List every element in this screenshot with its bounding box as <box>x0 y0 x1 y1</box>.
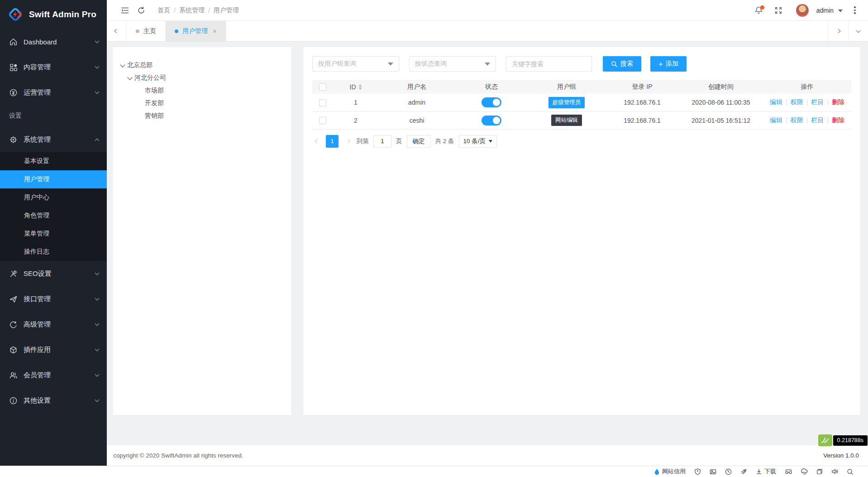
tabs-scroll-left-button[interactable] <box>107 21 127 41</box>
action-separator: | <box>786 116 787 124</box>
permission-link[interactable]: 权限 <box>791 116 803 124</box>
sidebar-item-dashboard[interactable]: Dashboard <box>0 29 107 54</box>
submenu-item-user-center[interactable]: 用户中心 <box>0 188 107 207</box>
download-button[interactable]: 下载 <box>756 467 776 476</box>
prev-page-button[interactable] <box>312 135 321 148</box>
status-toggle[interactable] <box>482 97 501 107</box>
breadcrumb-home[interactable]: 首页 <box>157 6 170 14</box>
tree-caret-icon[interactable] <box>120 62 125 67</box>
collapse-sidebar-icon[interactable] <box>117 0 133 21</box>
submenu-item-operation-log[interactable]: 操作日志 <box>0 243 107 261</box>
extension-swirl-icon[interactable] <box>801 468 808 475</box>
site-credit-button[interactable]: 网站信用 <box>654 467 686 476</box>
speed-test-icon[interactable] <box>725 468 732 475</box>
speaker-icon[interactable] <box>831 468 838 475</box>
avatar[interactable] <box>796 4 809 17</box>
tab-home[interactable]: 主页 <box>127 21 166 41</box>
tree-node-label: 河北分公司 <box>134 74 166 82</box>
boost-rocket-icon[interactable] <box>740 468 747 475</box>
screenshot-icon[interactable] <box>710 468 716 475</box>
column-link[interactable]: 栏目 <box>811 116 824 124</box>
search-button[interactable]: 搜索 <box>603 56 641 72</box>
sidebar-item-other[interactable]: 其他设置 <box>0 388 107 413</box>
row-checkbox[interactable] <box>319 117 326 124</box>
row-checkbox[interactable] <box>319 99 326 106</box>
tabbar: 主页 用户管理 × <box>107 21 868 42</box>
cube-icon <box>9 346 18 354</box>
tree-node-market[interactable]: 市场部 <box>121 84 283 97</box>
sidebar-item-plugins[interactable]: 插件应用 <box>0 337 107 362</box>
tree-node-dev[interactable]: 开发部 <box>121 97 283 110</box>
tabs-scroll-right-button[interactable] <box>828 21 848 41</box>
edit-link[interactable]: 编辑 <box>770 116 782 124</box>
column-actions: 操作 <box>763 80 851 94</box>
tabs-menu-button[interactable] <box>848 21 868 41</box>
pagination: 1 到第 页 确定 共 2 条 10 条/页 <box>312 135 851 148</box>
sidebar-item-label: 接口管理 <box>24 295 95 304</box>
confirm-page-button[interactable]: 确定 <box>407 135 431 148</box>
sidebar-item-operation[interactable]: 运营管理 <box>0 80 107 105</box>
windows-icon[interactable] <box>816 468 823 475</box>
sidebar-item-label: 内容管理 <box>24 63 95 72</box>
user-group-select-placeholder: 按用户组查询 <box>318 60 356 68</box>
sidebar-item-members[interactable]: 会员管理 <box>0 362 107 388</box>
tree-node-beijing[interactable]: 北京总部 <box>121 59 283 72</box>
fullscreen-icon[interactable] <box>770 0 787 21</box>
tab-user-management[interactable]: 用户管理 × <box>166 21 226 41</box>
select-all-checkbox[interactable] <box>319 83 326 91</box>
submenu-item-basic-settings[interactable]: 基本设置 <box>0 152 107 170</box>
sidebar-item-advanced[interactable]: 高级管理 <box>0 312 107 337</box>
table-header-row: ID 用户名 状态 用户组 登录 IP 创建时间 操作 <box>312 80 851 94</box>
edit-link[interactable]: 编辑 <box>770 98 782 106</box>
username-label[interactable]: admin <box>816 7 834 14</box>
water-drop-icon <box>654 468 660 475</box>
group-badge: 网站编辑 <box>551 115 582 126</box>
filter-row: 按用户组查询 按状态查询 搜索 + 添加 <box>312 56 851 72</box>
debug-toolbar[interactable]: 0.218788s <box>818 434 868 446</box>
cell-created: 2021-01-05 16:51:12 <box>679 111 763 129</box>
footer: copyright © 2020 SwiftAdmin all rights r… <box>107 445 868 466</box>
tree-caret-icon[interactable] <box>127 75 132 80</box>
breadcrumb-separator: / <box>208 7 210 14</box>
topbar-right: admin <box>750 0 862 21</box>
thinkphp-logo-icon[interactable] <box>818 434 832 446</box>
breadcrumb-system[interactable]: 系统管理 <box>179 6 205 14</box>
keyword-search-input[interactable] <box>506 56 592 72</box>
page-search-icon[interactable] <box>847 468 854 475</box>
submenu-item-role-management[interactable]: 角色管理 <box>0 207 107 225</box>
tab-close-icon[interactable]: × <box>213 27 217 35</box>
sidebar-item-seo[interactable]: SEO设置 <box>0 261 107 286</box>
column-link[interactable]: 栏目 <box>811 98 824 106</box>
per-page-select[interactable]: 10 条/页 <box>459 135 497 148</box>
notifications-bell-icon[interactable] <box>750 0 768 21</box>
add-button[interactable]: + 添加 <box>650 56 687 72</box>
incognito-glasses-icon[interactable] <box>785 469 792 475</box>
tree-node-sales[interactable]: 营销部 <box>121 110 283 122</box>
sidebar-item-content[interactable]: 内容管理 <box>0 54 107 80</box>
action-separator: | <box>827 116 829 124</box>
sidebar-section-label: 设置 <box>0 105 107 127</box>
next-page-button[interactable] <box>343 135 352 148</box>
goto-page-input[interactable] <box>373 135 391 148</box>
status-toggle[interactable] <box>482 116 501 125</box>
permission-link[interactable]: 权限 <box>791 98 803 106</box>
user-list-panel: 按用户组查询 按状态查询 搜索 + 添加 <box>303 47 860 415</box>
column-created: 创建时间 <box>679 80 763 94</box>
delete-link[interactable]: 删除 <box>832 116 844 124</box>
status-select[interactable]: 按状态查询 <box>409 56 496 72</box>
refresh-icon[interactable] <box>133 0 149 21</box>
submenu-item-user-management[interactable]: 用户管理 <box>0 170 107 188</box>
delete-link[interactable]: 删除 <box>832 98 844 106</box>
security-shield-icon[interactable] <box>694 468 701 475</box>
home-icon <box>9 38 18 46</box>
sort-icon[interactable] <box>358 84 362 90</box>
sidebar-item-api[interactable]: 接口管理 <box>0 286 107 312</box>
tree-node-hebei[interactable]: 河北分公司 <box>121 72 283 84</box>
users-icon <box>9 371 18 380</box>
user-group-select[interactable]: 按用户组查询 <box>312 56 399 72</box>
more-menu-icon[interactable] <box>848 0 862 21</box>
submenu-item-menu-management[interactable]: 菜单管理 <box>0 225 107 243</box>
sidebar-item-system[interactable]: 系统管理 <box>0 127 107 152</box>
user-dropdown-caret-icon[interactable] <box>838 10 843 12</box>
current-page-button[interactable]: 1 <box>326 135 339 148</box>
